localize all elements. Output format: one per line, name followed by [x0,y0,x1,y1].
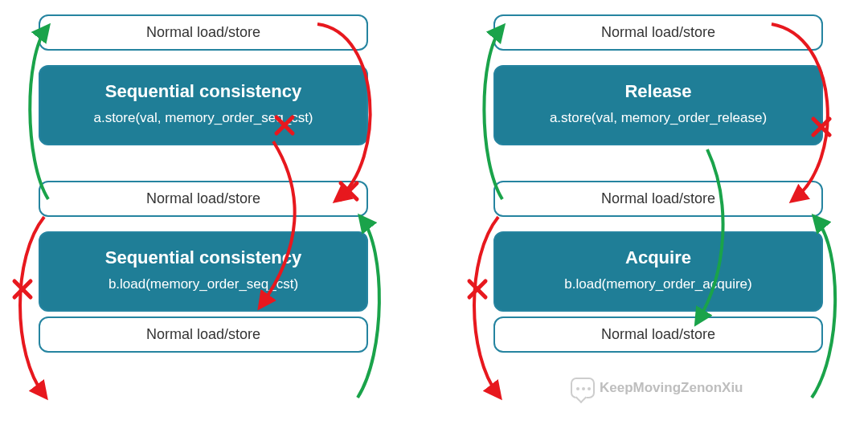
watermark-icon [571,378,595,398]
right-box4-code: b.load(memory_order_acquire) [503,276,813,292]
right-box-release: Release a.store(val, memory_order_releas… [493,65,823,145]
watermark: KeepMovingZenonXiu [571,378,743,398]
left-box2-code: a.store(val, memory_order_seq_cst) [48,110,358,126]
svg-line-5 [14,281,31,297]
right-box2-title: Release [503,81,813,102]
left-box-normal-2: Normal load/store [39,181,368,217]
r-cross-3to5 [469,281,485,297]
left-box4-title: Sequential consistency [48,247,358,268]
svg-line-9 [469,281,485,297]
svg-line-4 [14,281,31,297]
svg-line-8 [469,281,485,297]
right-box2-code: a.store(val, memory_order_release) [503,110,813,126]
left-box-seqcst-store: Sequential consistency a.store(val, memo… [39,65,368,145]
left-box-normal-1: Normal load/store [39,14,368,51]
watermark-text: KeepMovingZenonXiu [600,380,743,396]
right-box-normal-3: Normal load/store [493,316,823,353]
left-box-seqcst-load: Sequential consistency b.load(memory_ord… [39,231,368,312]
right-box-normal-2: Normal load/store [493,181,823,217]
right-column: Normal load/store Release a.store(val, m… [493,14,823,353]
left-box4-code: b.load(memory_order_seq_cst) [48,276,358,292]
l-cross-3to5 [14,281,31,297]
right-box-normal-1: Normal load/store [493,14,823,51]
right-box4-title: Acquire [503,247,813,268]
left-box-normal-3: Normal load/store [39,316,368,353]
left-column: Normal load/store Sequential consistency… [39,14,368,353]
right-box-acquire: Acquire b.load(memory_order_acquire) [493,231,823,312]
left-box2-title: Sequential consistency [48,81,358,102]
